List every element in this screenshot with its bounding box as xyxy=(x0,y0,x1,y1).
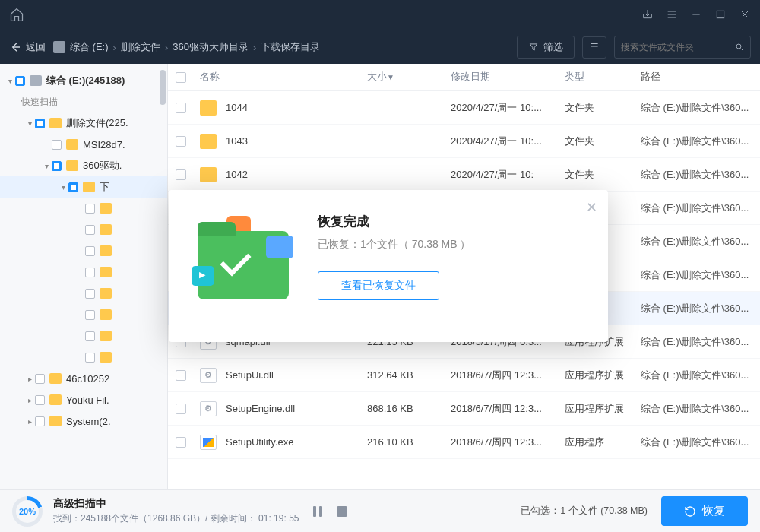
sidebar: ▾综合 (E:)(245188)快速扫描▾删除文件(225.MSI28d7.▾3… xyxy=(0,64,168,489)
file-path: 综合 (E:)\删除文件\360... xyxy=(641,402,760,416)
tree-node[interactable] xyxy=(0,283,167,304)
col-path[interactable]: 路径 xyxy=(641,71,760,84)
tree-root[interactable]: ▾综合 (E:)(245188) xyxy=(0,70,167,91)
folder-icon xyxy=(200,134,217,149)
tree-node[interactable] xyxy=(0,347,167,368)
search-icon[interactable] xyxy=(735,41,744,53)
file-date: 2018/6/7/周四 12:3... xyxy=(451,402,565,416)
tree-node[interactable]: ▸System(2. xyxy=(0,410,167,432)
back-label: 返回 xyxy=(26,40,46,54)
tree-node[interactable]: ▸Youku Fil. xyxy=(0,389,167,410)
file-row[interactable]: 10442020/4/27/周一 10:...文件夹综合 (E:)\删除文件\3… xyxy=(168,91,760,125)
file-size: 868.16 KB xyxy=(367,403,451,414)
dialog-illustration xyxy=(190,208,296,307)
file-name: SetupUi.dll xyxy=(226,369,274,381)
row-checkbox[interactable] xyxy=(176,404,186,414)
file-type: 文件夹 xyxy=(565,135,641,148)
sidebar-scrollbar[interactable] xyxy=(160,70,166,105)
scan-sub: 找到：245188个文件（1268.86 GB）/ 剩余时间： 01: 19: … xyxy=(53,512,299,525)
quick-scan-label: 快速扫描 xyxy=(0,91,167,112)
filter-button[interactable]: 筛选 xyxy=(517,36,575,59)
recover-complete-dialog: ✕ 恢复完成 已恢复：1个文件（ 70.38 MB ） 查看已恢复文件 xyxy=(169,190,608,342)
recover-button[interactable]: 恢复 xyxy=(661,496,748,526)
file-name: SetupUtility.exe xyxy=(226,436,293,448)
tree-node[interactable]: ▸46c10252 xyxy=(0,368,167,389)
home-icon[interactable] xyxy=(9,7,24,24)
row-checkbox[interactable] xyxy=(176,370,186,381)
dialog-title: 恢复完成 xyxy=(318,213,471,230)
menu-icon[interactable] xyxy=(666,8,678,23)
file-type: 文件夹 xyxy=(565,101,641,115)
file-row[interactable]: 10432020/4/27/周一 10:...文件夹综合 (E:)\删除文件\3… xyxy=(168,125,760,158)
row-checkbox[interactable] xyxy=(176,103,186,113)
file-path: 综合 (E:)\删除文件\360... xyxy=(641,168,760,182)
svg-rect-0 xyxy=(717,11,724,17)
view-recovered-button[interactable]: 查看已恢复文件 xyxy=(318,271,439,300)
col-type[interactable]: 类型 xyxy=(565,71,641,84)
tree-node[interactable] xyxy=(0,304,167,325)
dialog-close-icon[interactable]: ✕ xyxy=(586,199,597,216)
file-row[interactable]: SetupEngine.dll868.16 KB2018/6/7/周四 12:3… xyxy=(168,392,760,426)
file-date: 2020/4/27/周一 10:... xyxy=(451,135,565,148)
titlebar xyxy=(0,0,760,30)
folder-icon xyxy=(200,100,217,116)
file-path: 综合 (E:)\删除文件\360... xyxy=(641,135,760,148)
disk-icon xyxy=(53,41,65,53)
dialog-subtitle: 已恢复：1个文件（ 70.38 MB ） xyxy=(318,238,471,252)
row-checkbox[interactable] xyxy=(176,169,186,180)
folder-icon xyxy=(200,167,217,182)
file-date: 2020/4/27/周一 10: xyxy=(451,168,565,182)
file-path: 综合 (E:)\删除文件\360... xyxy=(641,101,760,115)
col-date[interactable]: 修改日期 xyxy=(451,71,565,84)
view-toggle[interactable] xyxy=(582,36,606,59)
file-name: 1043 xyxy=(226,135,248,147)
pause-button[interactable] xyxy=(309,503,326,520)
tree-node[interactable]: ▾删除文件(225. xyxy=(0,112,167,134)
maximize-icon[interactable] xyxy=(714,8,727,23)
file-name: 1042 xyxy=(226,169,248,180)
file-type: 应用程序扩展 xyxy=(565,369,641,382)
dll-icon xyxy=(200,368,217,383)
file-name: 1044 xyxy=(226,102,248,113)
file-path: 综合 (E:)\删除文件\360... xyxy=(641,201,760,215)
file-path: 综合 (E:)\删除文件\360... xyxy=(641,335,760,349)
back-button[interactable]: 返回 xyxy=(9,40,46,54)
file-date: 2018/6/7/周四 12:3... xyxy=(451,435,565,449)
row-checkbox[interactable] xyxy=(176,437,186,448)
file-list-header: 名称 大小▼ 修改日期 类型 路径 xyxy=(168,64,760,91)
file-row[interactable]: 10422020/4/27/周一 10:文件夹综合 (E:)\删除文件\360.… xyxy=(168,158,760,192)
tree-node[interactable]: MSI28d7. xyxy=(0,134,167,155)
toolbar: 返回 综合 (E:)› 删除文件› 360驱动大师目录› 下载保存目录 筛选 xyxy=(0,30,760,64)
search-input[interactable] xyxy=(621,42,735,52)
tree-node[interactable]: ▾下 xyxy=(0,176,167,198)
file-path: 综合 (E:)\删除文件\360... xyxy=(641,302,760,315)
close-icon[interactable] xyxy=(739,8,751,23)
minimize-icon[interactable] xyxy=(690,8,702,23)
tree-node[interactable]: ▾360驱动. xyxy=(0,155,167,176)
file-size: 312.64 KB xyxy=(367,369,451,381)
col-name[interactable]: 名称 xyxy=(200,71,367,84)
file-path: 综合 (E:)\删除文件\360... xyxy=(641,268,760,282)
tree-node[interactable] xyxy=(0,198,167,219)
file-row[interactable]: SetupUi.dll312.64 KB2018/6/7/周四 12:3...应… xyxy=(168,359,760,392)
row-checkbox[interactable] xyxy=(176,136,186,147)
file-type: 应用程序 xyxy=(565,435,641,449)
stop-button[interactable] xyxy=(337,506,347,517)
col-size[interactable]: 大小▼ xyxy=(367,71,451,84)
share-icon[interactable] xyxy=(641,8,654,23)
tree-node[interactable] xyxy=(0,219,167,240)
file-path: 综合 (E:)\删除文件\360... xyxy=(641,435,760,449)
file-row[interactable]: SetupUtility.exe216.10 KB2018/6/7/周四 12:… xyxy=(168,426,760,459)
search-box[interactable] xyxy=(614,36,751,59)
scan-title: 高级扫描中 xyxy=(53,497,299,511)
dll-icon xyxy=(200,401,217,416)
select-all-checkbox[interactable] xyxy=(176,72,186,83)
footer: 20% 高级扫描中 找到：245188个文件（1268.86 GB）/ 剩余时间… xyxy=(0,489,760,532)
svg-point-1 xyxy=(736,44,741,49)
tree-node[interactable] xyxy=(0,261,167,283)
tree-node[interactable] xyxy=(0,240,167,261)
tree-node[interactable] xyxy=(0,325,167,347)
sort-desc-icon: ▼ xyxy=(387,73,394,81)
progress-ring: 20% xyxy=(12,496,43,527)
breadcrumb[interactable]: 综合 (E:)› 删除文件› 360驱动大师目录› 下载保存目录 xyxy=(53,40,320,54)
